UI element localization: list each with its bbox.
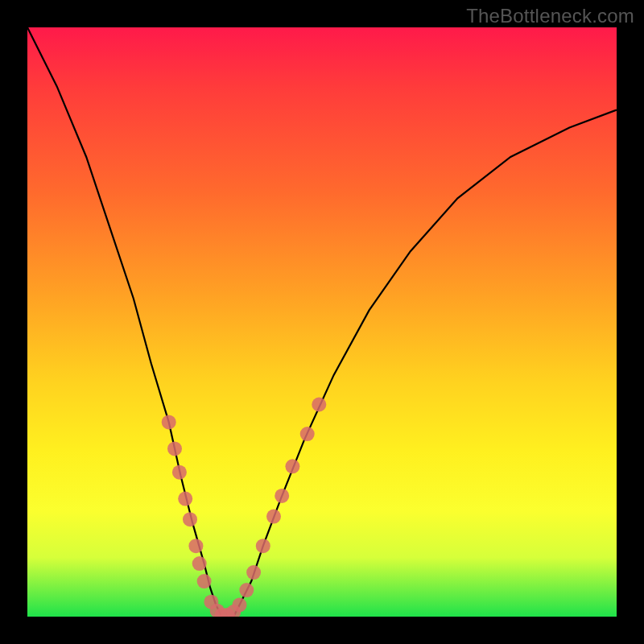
curve-marker — [312, 398, 326, 412]
curve-marker — [162, 415, 176, 429]
curve-markers — [162, 398, 327, 617]
curve-marker — [197, 574, 212, 588]
curve-marker — [239, 583, 254, 597]
curve-marker — [183, 512, 197, 526]
curve-marker — [275, 489, 289, 503]
curve-marker — [285, 459, 299, 473]
curve-marker — [256, 539, 270, 553]
curve-marker — [172, 465, 187, 480]
curve-marker — [178, 492, 192, 506]
curve-marker — [167, 441, 182, 456]
bottleneck-curve-svg — [27, 27, 617, 617]
chart-frame: TheBottleneck.com — [0, 0, 644, 644]
curve-marker — [188, 539, 203, 553]
bottleneck-curve — [27, 27, 617, 617]
curve-marker — [192, 556, 207, 571]
plot-area — [27, 27, 617, 617]
curve-marker — [300, 427, 315, 441]
curve-marker — [266, 510, 281, 524]
curve-marker — [246, 565, 261, 580]
attribution-text: TheBottleneck.com — [466, 5, 634, 27]
curve-marker — [233, 597, 247, 612]
